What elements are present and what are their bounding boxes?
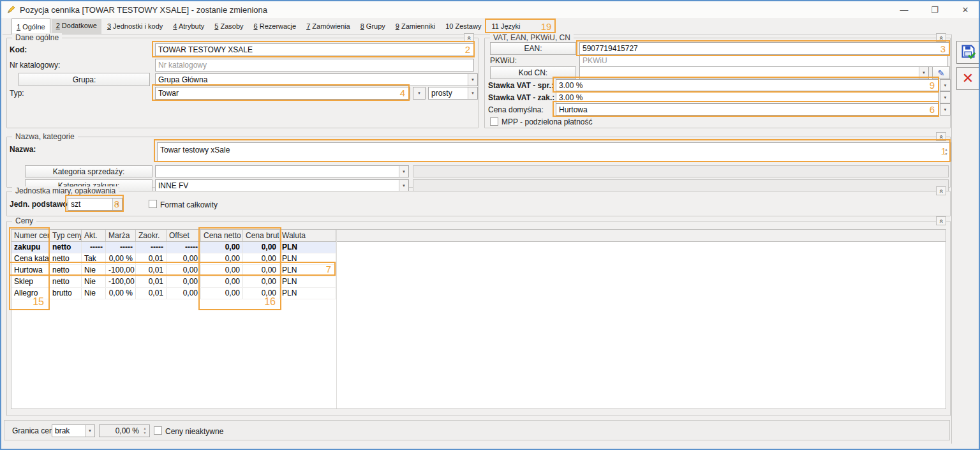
tab-zasoby[interactable]: 5 Zasoby: [210, 20, 248, 34]
tab-rezerwacje[interactable]: 6 Rezerwacje: [249, 20, 301, 34]
table-cell: 0,00: [243, 265, 279, 276]
table-row[interactable]: HurtowanettoNie-100,00 %0,010,000,000,00…: [11, 265, 336, 276]
kategoria-zakupu-opis-field: [413, 179, 949, 191]
collapse-chevron-icon[interactable]: «: [936, 186, 946, 195]
table-cell: zakupu: [11, 242, 50, 253]
nazwa-label: Nazwa:: [10, 145, 36, 154]
vat-zak-dropdown-icon[interactable]: ▼: [940, 91, 951, 103]
table-cell: 0,00: [243, 288, 279, 299]
table-cell: 0,00: [167, 265, 201, 276]
column-header[interactable]: Waluta: [279, 230, 336, 241]
kategoria-sprzedazy-combo[interactable]: ▼: [155, 165, 409, 177]
collapse-chevron-icon[interactable]: «: [936, 216, 946, 225]
edit-pencil-button[interactable]: ✎: [932, 66, 950, 79]
edit-pencil-icon: [6, 5, 16, 15]
minimize-icon[interactable]: —: [897, 5, 911, 15]
typ-dropdown-icon[interactable]: ▼: [413, 87, 426, 100]
column-header[interactable]: Zaokr.: [136, 230, 167, 241]
collapse-chevron-icon[interactable]: «: [936, 33, 946, 42]
table-cell: PLN: [279, 242, 336, 253]
pkwiu-input[interactable]: PKWiU: [579, 54, 947, 67]
typ-combo[interactable]: Towar: [155, 87, 410, 100]
ceny-nieaktywne-checkbox[interactable]: [154, 426, 162, 435]
table-cell: 0,00: [201, 265, 243, 276]
tab-atrybuty[interactable]: 4 Atrybuty: [168, 20, 209, 34]
nazwa-textarea[interactable]: Towar testowy xSale ▲▼: [157, 142, 951, 161]
table-cell: 0,01: [136, 276, 167, 287]
tab-bar: 1 Ogólne 2 Dodatkowe 3 Jednostki i kody …: [3, 18, 951, 34]
format-calkowity-checkbox[interactable]: [149, 200, 157, 208]
tab-grupy[interactable]: 8 Grupy: [356, 20, 390, 34]
spinner-arrows-icon[interactable]: ▲▼: [141, 426, 149, 436]
kod-input[interactable]: TOWAR TESTOWY XSALE: [155, 43, 474, 56]
tab-zamowienia[interactable]: 7 Zamówienia: [302, 20, 354, 34]
column-header[interactable]: Cena brutto: [243, 230, 279, 241]
table-row[interactable]: SklepnettoNie-100,00 %0,010,000,000,00PL…: [11, 276, 336, 288]
table-cell: PLN: [279, 288, 336, 299]
nr-katalogowy-label: Nr katalogowy:: [10, 61, 60, 70]
kod-cn-combo[interactable]: ▼: [579, 66, 929, 79]
cena-domyslna-combo[interactable]: Hurtowa: [556, 103, 939, 116]
column-header[interactable]: Typ ceny: [50, 230, 82, 241]
group-title: Nazwa, kategorie: [12, 132, 78, 141]
chevron-down-icon[interactable]: ▼: [112, 199, 122, 210]
ean-input[interactable]: 5907719415727: [579, 42, 950, 55]
mpp-checkbox[interactable]: [490, 117, 498, 126]
grupa-combo[interactable]: Grupa Główna ▼: [155, 73, 478, 86]
save-button[interactable]: [956, 41, 979, 64]
group-title: Jednostka miary, opakowania: [12, 186, 119, 195]
table-row[interactable]: zakupunetto--------------------0,000,00P…: [11, 242, 336, 253]
chevron-down-icon[interactable]: ▼: [919, 67, 928, 79]
granica-procent-spinner[interactable]: 0,00 % ▲▼: [99, 424, 150, 437]
typ-label: Typ:: [10, 89, 24, 98]
chevron-down-icon[interactable]: ▼: [468, 74, 477, 86]
column-header[interactable]: Numer ceny: [11, 230, 50, 241]
tab-zamienniki[interactable]: 9 Zamienniki: [391, 20, 440, 34]
nr-katalogowy-input[interactable]: Nr katalogowy: [155, 59, 474, 71]
cena-domyslna-dropdown-icon[interactable]: ▼: [940, 103, 951, 116]
column-header[interactable]: Akt.: [82, 230, 106, 241]
chevron-down-icon[interactable]: ▼: [85, 425, 94, 437]
chevron-down-icon[interactable]: ▼: [399, 166, 408, 177]
kategoria-zakupu-combo[interactable]: INNE FV ▼: [155, 179, 409, 191]
table-cell: -----: [106, 242, 136, 253]
grupa-button[interactable]: Grupa:: [19, 73, 150, 86]
table-cell: netto: [50, 276, 82, 287]
table-cell: 0,01: [136, 265, 167, 276]
tab-dodatkowe[interactable]: 2 Dodatkowe: [52, 19, 101, 34]
vat-zak-combo[interactable]: 3.00 %: [556, 91, 939, 103]
chevron-down-icon[interactable]: ▼: [468, 87, 477, 99]
vat-spr-dropdown-icon[interactable]: ▼: [940, 79, 951, 91]
close-icon[interactable]: ✕: [958, 5, 972, 15]
table-cell: 0,00: [201, 276, 243, 287]
ean-button[interactable]: EAN:: [490, 42, 576, 55]
tab-jednostki-i-kody[interactable]: 3 Jednostki i kody: [103, 20, 167, 34]
ceny-nieaktywne-label: Ceny nieaktywne: [165, 427, 223, 436]
column-header[interactable]: Marża: [106, 230, 136, 241]
chevron-down-icon[interactable]: ▼: [399, 180, 408, 191]
vat-spr-combo[interactable]: 3.00 %: [556, 79, 939, 91]
titlebar: Pozycja cennika [TOWAR TESTOWY XSALE] - …: [1, 1, 979, 18]
table-row[interactable]: AllegrobruttoNie0,00 %0,010,000,000,00PL…: [11, 288, 336, 299]
tab-jezyki[interactable]: 11 Języki 19: [487, 20, 524, 34]
collapse-chevron-icon[interactable]: «: [464, 33, 474, 42]
table-cell: Tak: [82, 253, 106, 264]
typ-sub-combo[interactable]: prosty ▼: [428, 87, 478, 100]
table-cell: 0,00: [201, 242, 243, 253]
table-cell: Sklep: [11, 276, 50, 287]
kategoria-sprzedazy-button[interactable]: Kategoria sprzedaży:: [25, 165, 152, 177]
format-calkowity-label: Format całkowity: [160, 200, 218, 209]
table-row[interactable]: Cena katalog...nettoTak0,00 %0,010,000,0…: [11, 253, 336, 265]
granica-ceny-combo[interactable]: brak ▼: [52, 424, 95, 437]
column-header[interactable]: Offset: [167, 230, 201, 241]
kod-cn-button[interactable]: Kod CN:: [490, 66, 576, 79]
cancel-button[interactable]: ✕: [956, 67, 979, 90]
maximize-icon[interactable]: ❐: [928, 5, 942, 15]
jedn-podstawowa-combo[interactable]: szt ▼: [68, 198, 122, 211]
tab-zestawy[interactable]: 10 Zestawy: [441, 20, 486, 34]
column-header[interactable]: Cena netto: [201, 230, 243, 241]
tab-ogolne[interactable]: 1 Ogólne: [11, 19, 50, 34]
window-title: Pozycja cennika [TOWAR TESTOWY XSALE] - …: [20, 5, 267, 15]
scroll-spinner-icon[interactable]: ▲▼: [942, 144, 950, 160]
collapse-chevron-icon[interactable]: «: [936, 132, 946, 141]
